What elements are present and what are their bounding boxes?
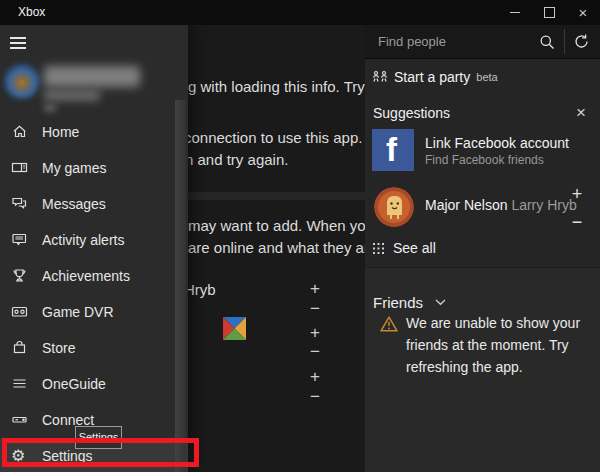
add-friend-button[interactable]: +: [304, 280, 326, 298]
store-bag-icon: [11, 339, 29, 357]
user-gamertag-redacted: [44, 66, 140, 87]
main-retry-text-fragment: n and try again.: [185, 151, 288, 168]
user-avatar[interactable]: [4, 63, 40, 99]
friends-warning: We are unable to show your friends at th…: [373, 312, 588, 378]
warning-triangle-icon: [380, 316, 398, 378]
maximize-button[interactable]: [532, 0, 566, 25]
friends-section: Friends We are unable to show your frien…: [365, 267, 600, 472]
messages-icon: [11, 195, 29, 213]
title-bar: Xbox ×: [0, 0, 600, 25]
games-icon: [11, 159, 29, 177]
person-name: Major Nelson Larry Hryb: [425, 197, 577, 213]
sidebar-item-game-dvr[interactable]: Game DVR: [0, 294, 176, 330]
suggestions-close-button[interactable]: ×: [570, 101, 592, 125]
main-error-text-fragment: g with loading this info. Try: [188, 78, 365, 95]
main-section-divider: [186, 192, 365, 200]
oneguide-icon: [11, 375, 29, 393]
window-controls: ×: [498, 0, 600, 25]
remove-suggestion-button[interactable]: −: [568, 213, 586, 231]
facebook-link-subtitle: Find Facebook friends: [425, 153, 544, 167]
beta-badge: beta: [476, 71, 497, 83]
add-friend-button[interactable]: +: [304, 368, 326, 386]
search-input[interactable]: Find people: [378, 25, 446, 58]
suggestions-header: Suggestions ×: [365, 101, 600, 125]
remove-friend-button[interactable]: −: [304, 300, 326, 318]
activity-alerts-icon: [11, 231, 29, 249]
link-facebook-item[interactable]: f Link Facebook account Find Facebook fr…: [372, 129, 593, 171]
user-realname-redacted: [44, 90, 100, 101]
facebook-letter: f: [386, 131, 397, 169]
close-icon: ×: [579, 5, 588, 20]
add-friend-button[interactable]: +: [304, 324, 326, 342]
home-icon: [11, 123, 29, 141]
remove-friend-button[interactable]: −: [304, 343, 326, 361]
sidebar-item-label: Game DVR: [42, 294, 114, 330]
main-suggestions-text-fragment-2: are online and what they are: [188, 239, 377, 256]
game-dvr-icon: [11, 303, 29, 321]
connect-device-icon: [11, 411, 29, 429]
navigation-flyout: Home My games Messages Activity alerts A…: [0, 25, 188, 472]
facebook-link-title: Link Facebook account: [425, 135, 569, 151]
see-all-label: See all: [393, 240, 436, 256]
sidebar-item-label: Achievements: [42, 258, 130, 294]
maximize-icon: [544, 7, 555, 18]
minimize-button[interactable]: [498, 0, 532, 25]
find-people-searchbar[interactable]: Find people: [365, 25, 600, 59]
minimize-icon: [510, 12, 520, 13]
sidebar-item-label: Activity alerts: [42, 222, 124, 258]
add-friend-button[interactable]: +: [568, 185, 586, 203]
main-suggestions-text-fragment: may want to add. When you: [188, 217, 374, 234]
party-icon: [372, 70, 388, 84]
hamburger-menu-button[interactable]: [10, 37, 26, 52]
start-party-label: Start a party: [394, 69, 470, 85]
search-icon[interactable]: [539, 34, 555, 50]
suggestion-tile-pinwheel-icon: [223, 317, 246, 340]
friends-header-toggle[interactable]: Friends: [373, 294, 446, 311]
remove-friend-button[interactable]: −: [304, 388, 326, 406]
user-status-redacted: [44, 105, 56, 111]
sidebar-item-activity-alerts[interactable]: Activity alerts: [0, 222, 176, 258]
friends-warning-text: We are unable to show your friends at th…: [406, 312, 588, 378]
suggestions-title: Suggestions: [373, 101, 450, 125]
close-button[interactable]: ×: [566, 0, 600, 25]
window-title: Xbox: [18, 0, 45, 25]
sidebar-item-achievements[interactable]: Achievements: [0, 258, 176, 294]
person-realname: Larry Hryb: [511, 197, 576, 213]
friends-title: Friends: [373, 294, 423, 311]
flyout-scrollbar[interactable]: [175, 100, 186, 472]
sidebar-item-home[interactable]: Home: [0, 114, 176, 150]
sidebar-item-messages[interactable]: Messages: [0, 186, 176, 222]
sidebar-item-oneguide[interactable]: OneGuide: [0, 366, 176, 402]
sidebar-item-my-games[interactable]: My games: [0, 150, 176, 186]
person-avatar: [374, 187, 414, 227]
grid-icon: [373, 243, 384, 254]
sidebar-item-label: Home: [42, 114, 79, 150]
person-gamertag: Major Nelson: [425, 197, 507, 213]
chevron-down-icon: [435, 299, 446, 306]
sidebar-item-label: My games: [42, 150, 107, 186]
main-person-name-fragment: Hryb: [184, 281, 216, 298]
sidebar-item-label: Store: [42, 330, 75, 366]
annotation-highlight-rectangle: [2, 438, 199, 467]
social-panel: Find people Start a party beta Suggestio…: [365, 25, 600, 472]
main-connection-text-fragment: connection to use this app.: [184, 129, 362, 146]
suggestion-person-item[interactable]: Major Nelson Larry Hryb: [372, 185, 593, 229]
start-party-button[interactable]: Start a party beta: [372, 63, 593, 91]
searchbar-divider: [564, 29, 565, 54]
sidebar-item-label: OneGuide: [42, 366, 106, 402]
facebook-icon: f: [372, 129, 414, 171]
sidebar-item-label: Messages: [42, 186, 106, 222]
refresh-icon[interactable]: [573, 33, 590, 50]
trophy-icon: [11, 267, 29, 285]
sidebar-item-store[interactable]: Store: [0, 330, 176, 366]
see-all-button[interactable]: See all: [373, 237, 436, 259]
